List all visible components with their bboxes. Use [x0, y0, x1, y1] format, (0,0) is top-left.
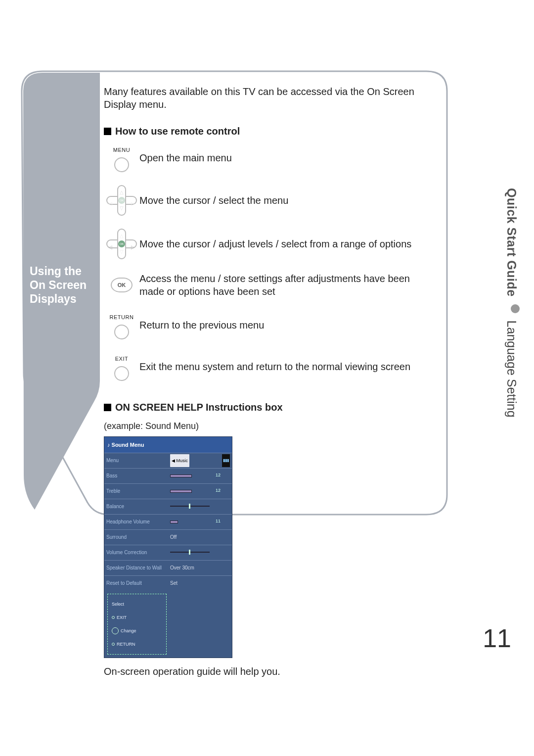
osd-table: Menu◀ Music▮▮▮Bass12Treble12BalanceHeadp… [104, 453, 232, 591]
desc-exit: Exit the menu system and return to the n… [139, 360, 420, 373]
osd-row: Reset to DefaultSet [104, 576, 232, 591]
exit-button-label: EXIT [115, 352, 128, 365]
dpad-vertical-icon: OK △▽ ◁▷ [106, 185, 137, 216]
osd-row: Balance [104, 499, 232, 515]
bullet-icon [511, 304, 520, 313]
page-number: 11 [483, 623, 511, 653]
row-leftright: OK △▽ ◁▷ Move the cursor / adjust levels… [104, 229, 420, 259]
page-side-tab: Quick Start Guide Language Setting [504, 188, 521, 418]
desc-leftright: Move the cursor / adjust levels / select… [139, 237, 420, 250]
guide-section-label: Quick Start Guide [505, 188, 519, 297]
main-content: Many features available on this TV can b… [104, 85, 420, 678]
heading-remote: How to use remote control [104, 125, 420, 138]
osd-example: Sound Menu Menu◀ Music▮▮▮Bass12Treble12B… [104, 436, 232, 658]
row-exit: EXIT Exit the menu system and return to … [104, 352, 420, 381]
help-change: Change [121, 624, 136, 637]
nav-icon [112, 627, 119, 634]
osd-row: SurroundOff [104, 530, 232, 545]
help-exit: EXIT [117, 611, 127, 624]
osd-row: Headphone Volume11 [104, 515, 232, 530]
osd-row: Speaker Distance to WallOver 30cm [104, 561, 232, 576]
help-return: RETURN [117, 638, 135, 651]
row-menu: MENU Open the main menu [104, 143, 420, 172]
desc-return: Return to the previous menu [139, 319, 420, 331]
osd-title: Sound Menu [104, 437, 232, 453]
example-label: (example: Sound Menu) [104, 420, 420, 432]
help-select: Select [112, 598, 124, 611]
dpad-horizontal-icon: OK △▽ ◁▷ [106, 229, 137, 259]
osd-row: Menu◀ Music▮▮▮ [104, 453, 232, 469]
exit-button-icon [114, 366, 129, 381]
heading-help-box: ON SCREEN HELP Instructions box [104, 401, 420, 414]
osd-caption: On-screen operation guide will help you. [104, 665, 420, 678]
menu-button-label: MENU [113, 143, 130, 156]
osd-row: Bass12 [104, 469, 232, 484]
menu-button-icon [114, 157, 129, 172]
row-updown: OK △▽ ◁▷ Move the cursor / select the me… [104, 185, 420, 216]
row-return: RETURN Return to the previous menu [104, 311, 420, 339]
return-button-label: RETURN [110, 311, 134, 324]
desc-updown: Move the cursor / select the menu [139, 194, 420, 207]
intro-text: Many features available on this TV can b… [104, 85, 420, 111]
ok-button-icon: OK [111, 278, 133, 292]
osd-help-box: Select EXIT Change RETURN [107, 594, 167, 655]
desc-menu: Open the main menu [139, 151, 420, 164]
osd-row: Volume Correction [104, 545, 232, 561]
return-button-icon [114, 325, 129, 339]
row-ok: OK Access the menu / store settings afte… [104, 272, 420, 298]
section-title: Using the On Screen Displays [30, 264, 99, 306]
osd-row: Treble12 [104, 484, 232, 499]
guide-topic-label: Language Setting [505, 321, 519, 418]
desc-ok: Access the menu / store settings after a… [139, 272, 420, 298]
